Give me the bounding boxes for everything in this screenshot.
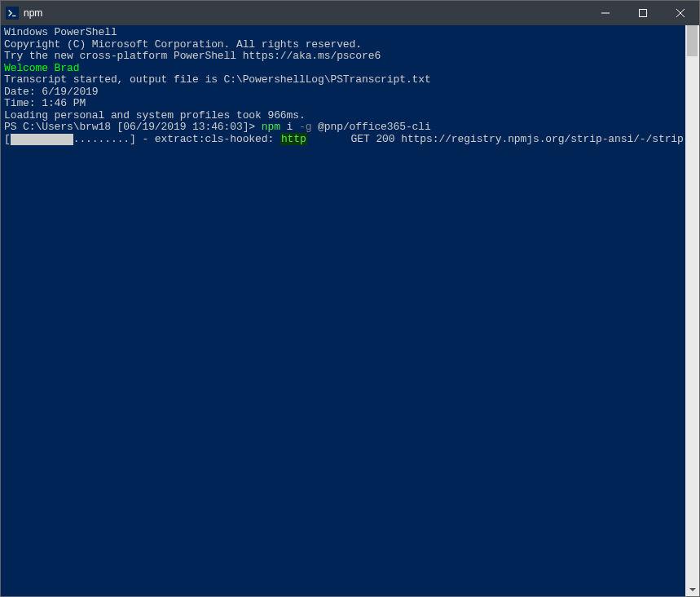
command-args: i xyxy=(280,121,299,133)
command-name: npm xyxy=(262,121,280,133)
minimize-button[interactable] xyxy=(587,1,624,25)
terminal-line: Loading personal and system profiles too… xyxy=(4,110,682,122)
command-package: @pnp/office365-cli xyxy=(311,121,430,133)
welcome-message: Welcome Brad xyxy=(4,63,682,75)
terminal-line: Time: 1:46 PM xyxy=(4,98,682,110)
http-response: GET 200 https://registry.npmjs.org/strip… xyxy=(351,133,685,145)
http-method: http xyxy=(280,133,307,145)
svg-rect-1 xyxy=(640,10,647,17)
command-flag: -g xyxy=(299,121,311,133)
scrollbar-thumb[interactable] xyxy=(687,25,698,56)
maximize-button[interactable] xyxy=(624,1,662,25)
terminal-line: Try the new cross-platform PowerShell ht… xyxy=(4,51,682,63)
prompt-prefix: PS C:\Users\brw18 [06/19/2019 13:46:03]> xyxy=(4,121,262,133)
terminal-line: Copyright (C) Microsoft Corporation. All… xyxy=(4,39,682,51)
progress-label: ] - extract:cls-hooked: xyxy=(130,133,280,145)
scrollbar-down-icon[interactable] xyxy=(685,582,699,596)
terminal-container: Windows PowerShellCopyright (C) Microsof… xyxy=(1,25,699,596)
progress-remaining: ......... xyxy=(73,133,130,145)
progress-fill xyxy=(11,134,73,146)
terminal-line: Transcript started, output file is C:\Po… xyxy=(4,74,682,86)
close-button[interactable] xyxy=(662,1,699,25)
terminal-line: Date: 6/19/2019 xyxy=(4,86,682,99)
bracket-open: [ xyxy=(4,133,11,145)
titlebar[interactable]: npm xyxy=(1,1,699,25)
window-title: npm xyxy=(24,7,42,19)
terminal-line: Windows PowerShell xyxy=(4,27,682,39)
terminal-output[interactable]: Windows PowerShellCopyright (C) Microsof… xyxy=(1,25,685,596)
window-controls xyxy=(587,1,699,25)
window-frame: npm Windows PowerShellCopyright (C) Micr… xyxy=(0,0,700,597)
vertical-scrollbar[interactable] xyxy=(685,25,699,596)
powershell-icon xyxy=(6,7,19,20)
progress-spacer xyxy=(307,133,351,145)
progress-line: [ .........] - extract:cls-hooked: http … xyxy=(4,134,682,146)
prompt-line: PS C:\Users\brw18 [06/19/2019 13:46:03]>… xyxy=(4,122,682,134)
